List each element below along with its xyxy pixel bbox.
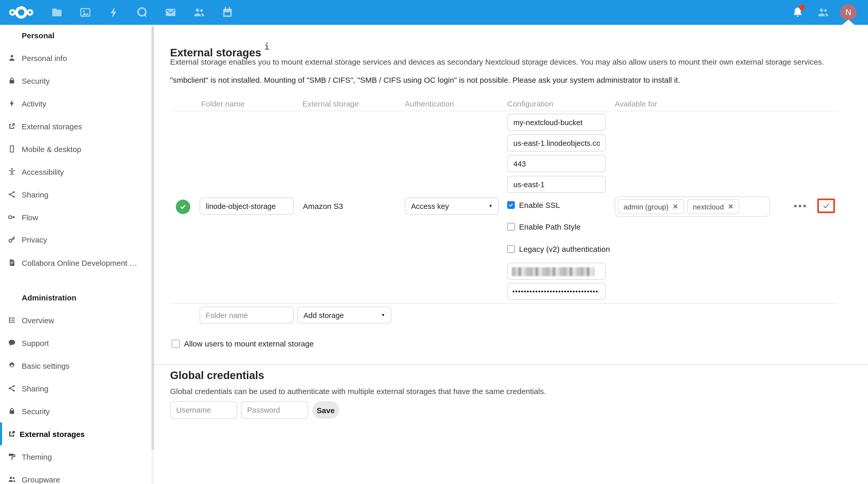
photos-icon xyxy=(79,6,92,19)
tag-label: nextcloud xyxy=(693,203,724,211)
talk-app-button[interactable] xyxy=(136,6,148,19)
sidebar-item-label: Theming xyxy=(22,452,52,461)
row-options-menu-button[interactable] xyxy=(794,205,806,207)
enable-ssl-label: Enable SSL xyxy=(519,201,560,209)
tag-label: admin (group) xyxy=(623,203,669,211)
table-header-divider xyxy=(170,111,838,111)
global-password-input[interactable] xyxy=(241,401,308,419)
sidebar-scrollbar-thumb[interactable] xyxy=(152,26,154,450)
available-for-tag: admin (group) ✕ xyxy=(618,199,684,214)
enable-ssl-checkbox[interactable] xyxy=(507,201,515,209)
external-storages-settings: External storages i External storage ena… xyxy=(154,25,868,484)
avatar[interactable]: N xyxy=(840,4,857,21)
calendar-app-button[interactable] xyxy=(221,6,234,19)
access-key-input[interactable] xyxy=(507,263,606,280)
lock-icon xyxy=(8,407,16,415)
smbclient-warning: "smbclient" is not installed. Mounting o… xyxy=(170,75,842,84)
chat-icon xyxy=(8,339,16,347)
legacy-auth-row: Legacy (v2) authentication xyxy=(507,245,610,253)
page-description: External storage enables you to mount ex… xyxy=(170,57,842,66)
sidebar-item-theming[interactable]: Theming xyxy=(0,445,154,468)
sidebar-section-administration: Administration xyxy=(22,293,76,302)
people-icon xyxy=(817,6,829,19)
sidebar-item-groupware[interactable]: Groupware xyxy=(0,468,154,484)
port-input[interactable] xyxy=(507,155,606,172)
sidebar-item-flow[interactable]: Flow xyxy=(0,206,154,229)
share-icon xyxy=(8,384,16,392)
contacts-app-button[interactable] xyxy=(193,6,205,19)
folder-name-input[interactable] xyxy=(199,198,293,215)
sidebar-item-label: Support xyxy=(22,338,49,347)
sidebar-item-label: Flow xyxy=(22,213,38,221)
sidebar-item-label: Security xyxy=(22,407,50,416)
person-icon xyxy=(8,54,16,62)
tag-remove-icon[interactable]: ✕ xyxy=(728,203,734,210)
tag-remove-icon[interactable]: ✕ xyxy=(673,203,678,210)
sidebar-item-personal-info[interactable]: Personal info xyxy=(0,47,154,69)
activity-app-button[interactable] xyxy=(107,6,120,19)
column-header-configuration: Configuration xyxy=(507,99,553,108)
global-username-input[interactable] xyxy=(170,401,237,419)
sidebar-item-overview[interactable]: Overview xyxy=(0,309,154,331)
hostname-input[interactable] xyxy=(507,134,606,152)
sidebar-item-label: Sharing xyxy=(22,190,48,199)
nextcloud-logo-icon[interactable] xyxy=(8,5,35,20)
external-link-icon xyxy=(8,122,16,130)
gear-icon xyxy=(8,361,16,370)
add-storage-select[interactable]: Add storage ▼ xyxy=(297,307,391,324)
authentication-selected-value: Access key xyxy=(411,202,449,210)
sidebar-item-sharing-admin[interactable]: Sharing xyxy=(0,377,154,400)
sidebar-item-label: Security xyxy=(22,76,50,85)
enable-path-style-label: Enable Path Style xyxy=(519,222,581,231)
enable-path-style-checkbox[interactable] xyxy=(507,223,515,231)
authentication-select[interactable]: Access key ▼ xyxy=(405,198,499,215)
storage-status-ok-icon xyxy=(176,200,190,214)
table-row-divider xyxy=(170,303,838,304)
sidebar-item-external-storages-personal[interactable]: External storages xyxy=(0,115,154,138)
sidebar-item-sharing-personal[interactable]: Sharing xyxy=(0,183,154,206)
contacts-icon xyxy=(193,6,205,19)
top-bar: N xyxy=(0,0,868,25)
available-for-tag: nextcloud ✕ xyxy=(687,199,739,214)
sidebar-item-support[interactable]: Support xyxy=(0,331,154,354)
legacy-auth-checkbox[interactable] xyxy=(507,245,515,253)
sidebar-item-label: Groupware xyxy=(22,475,60,484)
sidebar-item-basic-settings[interactable]: Basic settings xyxy=(0,354,154,377)
mail-app-button[interactable] xyxy=(164,6,177,19)
save-storage-button[interactable] xyxy=(817,199,835,213)
global-credentials-description: Global credentials can be used to authen… xyxy=(170,387,842,396)
contacts-menu-button[interactable] xyxy=(817,6,829,19)
sidebar-item-label: Collabora Online Development Edit… xyxy=(22,258,141,267)
region-input[interactable] xyxy=(507,176,606,193)
sidebar-item-security-personal[interactable]: Security xyxy=(0,69,154,92)
available-for-field[interactable]: admin (group) ✕ nextcloud ✕ xyxy=(615,196,770,217)
check-icon xyxy=(822,201,831,210)
sidebar-item-label: Sharing xyxy=(22,384,48,393)
info-icon[interactable]: i xyxy=(264,41,270,52)
files-app-button[interactable] xyxy=(51,6,63,19)
sidebar-item-collabora[interactable]: Collabora Online Development Edit… xyxy=(0,251,154,274)
notifications-button[interactable] xyxy=(792,6,804,19)
sidebar-item-activity[interactable]: Activity xyxy=(0,92,154,115)
lightning-icon xyxy=(107,6,120,19)
photos-app-button[interactable] xyxy=(79,6,92,19)
secret-key-input[interactable]: •••••••••••••••••••••••••••••• xyxy=(507,283,606,300)
allow-users-row: Allow users to mount external storage xyxy=(172,339,314,348)
calendar-icon xyxy=(221,6,234,19)
nextcloud-settings-page: N Personal Personal info Security Activi… xyxy=(0,0,868,484)
redacted-access-key-value xyxy=(512,267,594,276)
sidebar-item-mobile-desktop[interactable]: Mobile & desktop xyxy=(0,138,154,160)
sidebar-item-label: External storages xyxy=(20,429,85,438)
bucket-input[interactable] xyxy=(507,114,606,131)
section-divider xyxy=(154,364,868,365)
new-folder-name-input[interactable] xyxy=(199,307,293,324)
sidebar-item-accessibility[interactable]: Accessibility xyxy=(0,160,154,183)
add-storage-selected-value: Add storage xyxy=(304,311,344,319)
sidebar-item-security-admin[interactable]: Security xyxy=(0,400,154,422)
sidebar-item-privacy[interactable]: Privacy xyxy=(0,228,154,251)
save-button[interactable]: Save xyxy=(312,401,339,419)
key-icon xyxy=(8,235,16,244)
sidebar-item-external-storages-admin[interactable]: External storages xyxy=(0,422,156,445)
mail-icon xyxy=(164,6,177,19)
allow-users-checkbox[interactable] xyxy=(172,339,180,348)
